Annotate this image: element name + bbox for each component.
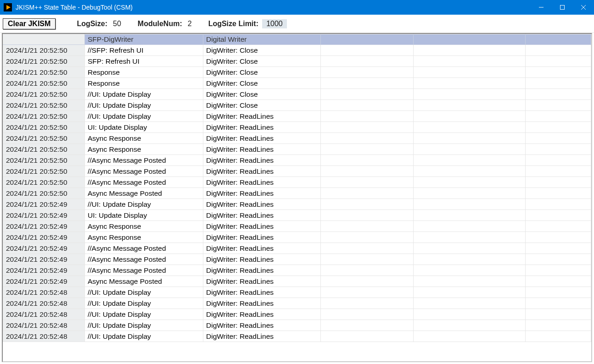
cell-time: 2024/1/21 20:52:48 bbox=[3, 309, 85, 320]
cell-time: 2024/1/21 20:52:50 bbox=[3, 177, 85, 188]
cell-sfp: //UI: Update Display bbox=[85, 89, 203, 100]
table-row[interactable]: 2024/1/21 20:52:49//UI: Update DisplayDi… bbox=[3, 199, 591, 210]
cell-sfp: //UI: Update Display bbox=[85, 298, 203, 309]
cell-time: 2024/1/21 20:52:50 bbox=[3, 122, 85, 133]
cell-time: 2024/1/21 20:52:49 bbox=[3, 221, 85, 232]
cell-digw: DigWriter: ReadLines bbox=[203, 287, 321, 298]
table-row[interactable]: 2024/1/21 20:52:50//UI: Update DisplayDi… bbox=[3, 89, 591, 100]
cell-empty bbox=[321, 232, 414, 243]
cell-empty bbox=[414, 56, 526, 67]
maximize-button[interactable] bbox=[552, 0, 573, 15]
table-row[interactable]: 2024/1/21 20:52:50SFP: Refresh UIDigWrit… bbox=[3, 56, 591, 67]
col-header-sfp[interactable]: SFP-DigWriter bbox=[85, 34, 203, 45]
cell-digw: DigWriter: ReadLines bbox=[203, 265, 321, 276]
cell-empty bbox=[321, 210, 414, 221]
cell-digw: DigWriter: ReadLines bbox=[203, 166, 321, 177]
table-row[interactable]: 2024/1/21 20:52:49Async ResponseDigWrite… bbox=[3, 221, 591, 232]
table-row[interactable]: 2024/1/21 20:52:50//UI: Update DisplayDi… bbox=[3, 100, 591, 111]
cell-empty bbox=[321, 89, 414, 100]
cell-sfp: //Async Message Posted bbox=[85, 155, 203, 166]
cell-empty bbox=[414, 155, 526, 166]
window-title: JKISM++ State Table - DebugTool (CSM) bbox=[16, 4, 531, 11]
clear-jkism-button[interactable]: Clear JKISM bbox=[3, 18, 56, 29]
table-row[interactable]: 2024/1/21 20:52:49//Async Message Posted… bbox=[3, 265, 591, 276]
cell-empty bbox=[321, 133, 414, 144]
cell-digw: DigWriter: ReadLines bbox=[203, 232, 321, 243]
cell-empty bbox=[526, 243, 591, 254]
cell-empty bbox=[414, 89, 526, 100]
col-header-empty3[interactable] bbox=[526, 34, 591, 45]
col-header-time[interactable] bbox=[3, 34, 85, 45]
col-header-digw[interactable]: Digital Writer bbox=[203, 34, 321, 45]
cell-empty bbox=[414, 320, 526, 331]
cell-empty bbox=[526, 155, 591, 166]
cell-empty bbox=[414, 232, 526, 243]
minimize-button[interactable] bbox=[531, 0, 552, 15]
cell-time: 2024/1/21 20:52:49 bbox=[3, 254, 85, 265]
cell-empty bbox=[321, 298, 414, 309]
cell-digw: DigWriter: ReadLines bbox=[203, 298, 321, 309]
cell-digw: DigWriter: ReadLines bbox=[203, 254, 321, 265]
toolbar: Clear JKISM LogSize: 50 ModuleNum: 2 Log… bbox=[0, 15, 594, 33]
table-row[interactable]: 2024/1/21 20:52:50//UI: Update DisplayDi… bbox=[3, 111, 591, 122]
table-row[interactable]: 2024/1/21 20:52:48//UI: Update DisplayDi… bbox=[3, 320, 591, 331]
table-row[interactable]: 2024/1/21 20:52:48//UI: Update DisplayDi… bbox=[3, 287, 591, 298]
cell-empty bbox=[526, 177, 591, 188]
table-row[interactable]: 2024/1/21 20:52:50ResponseDigWriter: Clo… bbox=[3, 67, 591, 78]
table-row[interactable]: 2024/1/21 20:52:50//Async Message Posted… bbox=[3, 166, 591, 177]
cell-time: 2024/1/21 20:52:49 bbox=[3, 210, 85, 221]
table-row[interactable]: 2024/1/21 20:52:50//Async Message Posted… bbox=[3, 155, 591, 166]
cell-empty bbox=[414, 199, 526, 210]
table-row[interactable]: 2024/1/21 20:52:50//SFP: Refresh UIDigWr… bbox=[3, 45, 591, 56]
cell-empty bbox=[414, 188, 526, 199]
table-header-row: SFP-DigWriter Digital Writer bbox=[3, 34, 591, 45]
cell-empty bbox=[526, 199, 591, 210]
table-row[interactable]: 2024/1/21 20:52:49//Async Message Posted… bbox=[3, 254, 591, 265]
cell-empty bbox=[321, 287, 414, 298]
table-row[interactable]: 2024/1/21 20:52:48//UI: Update DisplayDi… bbox=[3, 309, 591, 320]
cell-empty bbox=[526, 89, 591, 100]
table-row[interactable]: 2024/1/21 20:52:49UI: Update DisplayDigW… bbox=[3, 210, 591, 221]
table-row[interactable]: 2024/1/21 20:52:49Async Message PostedDi… bbox=[3, 276, 591, 287]
cell-empty bbox=[526, 144, 591, 155]
cell-empty bbox=[414, 122, 526, 133]
table-row[interactable]: 2024/1/21 20:52:49//Async Message Posted… bbox=[3, 243, 591, 254]
cell-empty bbox=[526, 232, 591, 243]
cell-empty bbox=[414, 133, 526, 144]
logsize-value: 50 bbox=[113, 20, 121, 28]
app-icon bbox=[4, 3, 12, 11]
cell-empty bbox=[321, 221, 414, 232]
cell-empty bbox=[526, 221, 591, 232]
cell-digw: DigWriter: ReadLines bbox=[203, 133, 321, 144]
cell-sfp: //Async Message Posted bbox=[85, 166, 203, 177]
cell-empty bbox=[321, 155, 414, 166]
table-row[interactable]: 2024/1/21 20:52:49Async ResponseDigWrite… bbox=[3, 232, 591, 243]
cell-empty bbox=[526, 298, 591, 309]
cell-empty bbox=[321, 78, 414, 89]
cell-empty bbox=[526, 56, 591, 67]
close-button[interactable] bbox=[573, 0, 594, 15]
cell-sfp: Async Response bbox=[85, 144, 203, 155]
logsize-limit-value[interactable]: 1000 bbox=[262, 19, 287, 28]
cell-empty bbox=[321, 320, 414, 331]
state-table-scroll[interactable]: SFP-DigWriter Digital Writer 2024/1/21 2… bbox=[3, 34, 591, 361]
table-row[interactable]: 2024/1/21 20:52:50//Async Message Posted… bbox=[3, 177, 591, 188]
table-row[interactable]: 2024/1/21 20:52:48//UI: Update DisplayDi… bbox=[3, 298, 591, 309]
table-row[interactable]: 2024/1/21 20:52:50ResponseDigWriter: Clo… bbox=[3, 78, 591, 89]
table-row[interactable]: 2024/1/21 20:52:48//UI: Update DisplayDi… bbox=[3, 331, 591, 342]
table-row[interactable]: 2024/1/21 20:52:50Async Message PostedDi… bbox=[3, 188, 591, 199]
cell-empty bbox=[321, 331, 414, 342]
table-row[interactable]: 2024/1/21 20:52:50UI: Update DisplayDigW… bbox=[3, 122, 591, 133]
cell-empty bbox=[526, 265, 591, 276]
cell-digw: DigWriter: ReadLines bbox=[203, 199, 321, 210]
col-header-empty2[interactable] bbox=[414, 34, 526, 45]
cell-sfp: //UI: Update Display bbox=[85, 320, 203, 331]
table-row[interactable]: 2024/1/21 20:52:50Async ResponseDigWrite… bbox=[3, 144, 591, 155]
cell-empty bbox=[321, 276, 414, 287]
col-header-empty1[interactable] bbox=[321, 34, 414, 45]
cell-digw: DigWriter: ReadLines bbox=[203, 155, 321, 166]
cell-empty bbox=[414, 45, 526, 56]
cell-empty bbox=[526, 210, 591, 221]
cell-sfp: //Async Message Posted bbox=[85, 243, 203, 254]
table-row[interactable]: 2024/1/21 20:52:50Async ResponseDigWrite… bbox=[3, 133, 591, 144]
